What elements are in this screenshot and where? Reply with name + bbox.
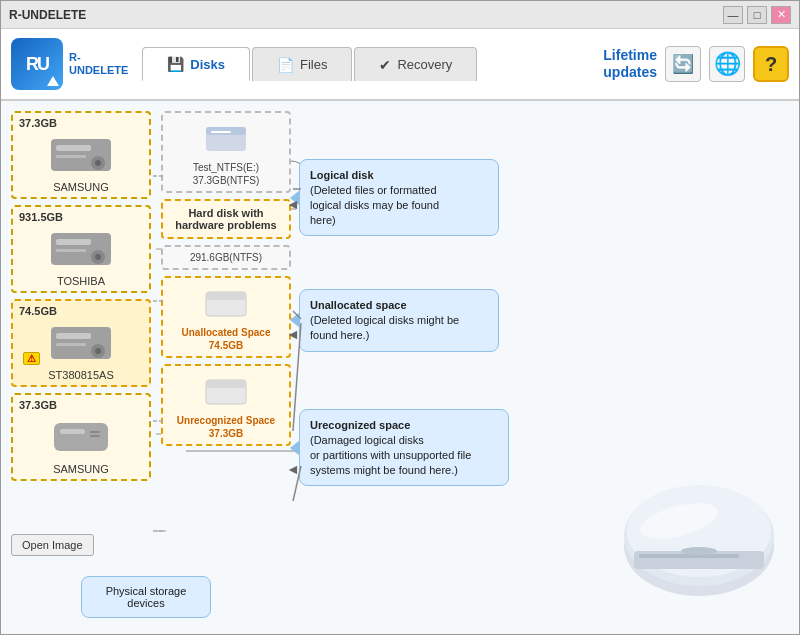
help-button[interactable]: ? <box>753 46 789 82</box>
callout-logical-disk: Logical disk (Deleted files or formatted… <box>299 159 499 236</box>
drive-size-4: 37.3GB <box>19 399 143 411</box>
hdd-svg-1 <box>46 131 116 179</box>
window-controls: — □ ✕ <box>723 6 791 24</box>
tab-disks-label: Disks <box>190 57 225 72</box>
logical-disk-icon <box>201 119 251 159</box>
warning-badge: ⚠ <box>23 352 40 365</box>
svg-rect-11 <box>56 155 86 158</box>
tab-files-label: Files <box>300 57 327 72</box>
unallocated-icon <box>201 284 251 324</box>
decoration-svg <box>579 466 779 626</box>
callout-unallocated-body: (Deleted logical disks might befound her… <box>310 314 459 341</box>
svg-point-15 <box>95 254 101 260</box>
svg-rect-25 <box>90 435 100 437</box>
svg-rect-13 <box>56 239 91 245</box>
svg-point-20 <box>95 348 101 354</box>
svg-rect-23 <box>60 429 85 434</box>
physical-storage-box: Physical storagedevices <box>81 576 211 618</box>
tab-recovery-label: Recovery <box>397 57 452 72</box>
files-tab-icon: 📄 <box>277 57 294 73</box>
lifetime-area: Lifetime updates 🔄 🌐 ? <box>603 46 789 82</box>
logical-ntfs[interactable]: Test_NTFS(E:)37.3GB(NTFS) <box>161 111 291 193</box>
svg-rect-32 <box>206 380 246 388</box>
tab-disks[interactable]: 💾 Disks <box>142 47 250 81</box>
logical-unallocated-label: Unallocated Space74.5GB <box>171 326 281 352</box>
logical-unrecognized[interactable]: Unrecognized Space37.3GB <box>161 364 291 446</box>
hdd-problem-label: Hard disk withhardware problems <box>161 199 291 239</box>
arrow-1: ◄ <box>286 196 300 212</box>
drive-samsung-1[interactable]: 37.3GB SAMSUNG <box>11 111 151 199</box>
hdd-svg-3 <box>46 319 116 367</box>
logical-ntfs-label: Test_NTFS(E:)37.3GB(NTFS) <box>171 161 281 187</box>
svg-rect-22 <box>54 423 108 451</box>
drive-visual-2 <box>19 225 143 273</box>
external-hdd-svg <box>46 413 116 461</box>
arrow-3: ◄ <box>286 461 300 477</box>
language-button[interactable]: 🌐 <box>709 46 745 82</box>
logical-unallocated[interactable]: Unallocated Space74.5GB <box>161 276 291 358</box>
svg-rect-37 <box>639 554 739 558</box>
drive-toshiba[interactable]: 931.5GB TOSHIBA <box>11 205 151 293</box>
recovery-tab-icon: ✔ <box>379 57 391 73</box>
svg-point-10 <box>95 160 101 166</box>
disks-tab-icon: 💾 <box>167 56 184 72</box>
hdd-svg-2 <box>46 225 116 273</box>
drive-size-2: 931.5GB <box>19 211 143 223</box>
header: RU R-UNDELETE 💾 Disks 📄 Files ✔ Recovery… <box>1 29 799 101</box>
logo-icon: RU <box>11 38 63 90</box>
arrow-2: ◄ <box>286 326 300 342</box>
svg-rect-8 <box>56 145 91 151</box>
logical-unrecognized-label: Unrecognized Space37.3GB <box>171 414 281 440</box>
tab-bar: 💾 Disks 📄 Files ✔ Recovery <box>142 47 587 81</box>
drive-visual-3: ⚠ <box>19 319 143 367</box>
drive-samsung-2[interactable]: 37.3GB SAMSUNG <box>11 393 151 481</box>
callout-unallocated: Unallocated space (Deleted logical disks… <box>299 289 499 352</box>
logical-ntfs2[interactable]: 291.6GB(NTFS) <box>161 245 291 270</box>
open-image-button[interactable]: Open Image <box>11 534 94 556</box>
main-content: 37.3GB SAMSUNG 931.5GB <box>1 101 799 635</box>
svg-point-38 <box>681 547 717 555</box>
unrecognized-icon <box>201 372 251 412</box>
callout-unrecognized: Urecognized space (Damaged logical disks… <box>299 409 509 486</box>
drive-size-1: 37.3GB <box>19 117 143 129</box>
logical-panel: Test_NTFS(E:)37.3GB(NTFS) Hard disk with… <box>161 111 291 452</box>
callout-logical-disk-body: (Deleted files or formattedlogical disks… <box>310 184 439 226</box>
svg-rect-28 <box>211 131 231 133</box>
drive-visual-4 <box>19 413 143 461</box>
maximize-button[interactable]: □ <box>747 6 767 24</box>
close-button[interactable]: ✕ <box>771 6 791 24</box>
drive-label-2: TOSHIBA <box>19 275 143 287</box>
drive-label-1: SAMSUNG <box>19 181 143 193</box>
drive-label-4: SAMSUNG <box>19 463 143 475</box>
callout-unrecognized-title: Urecognized space <box>310 419 410 431</box>
lifetime-text: Lifetime updates <box>603 47 657 81</box>
svg-rect-16 <box>56 249 86 252</box>
callout-unrecognized-body: (Damaged logical disksor partitions with… <box>310 434 471 476</box>
svg-rect-30 <box>206 292 246 300</box>
drive-decoration <box>579 466 779 626</box>
physical-storage-label: Physical storagedevices <box>106 585 187 609</box>
drives-panel: 37.3GB SAMSUNG 931.5GB <box>11 111 151 487</box>
minimize-button[interactable]: — <box>723 6 743 24</box>
titlebar: R-UNDELETE — □ ✕ <box>1 1 799 29</box>
tab-recovery[interactable]: ✔ Recovery <box>354 47 477 81</box>
logo-text: R-UNDELETE <box>69 51 128 77</box>
tab-files[interactable]: 📄 Files <box>252 47 352 81</box>
refresh-button[interactable]: 🔄 <box>665 46 701 82</box>
svg-rect-21 <box>56 343 86 346</box>
drive-st380815as[interactable]: 74.5GB ⚠ ST380815AS <box>11 299 151 387</box>
app-title: R-UNDELETE <box>9 8 723 22</box>
drive-label-3: ST380815AS <box>19 369 143 381</box>
callout-unallocated-title: Unallocated space <box>310 299 407 311</box>
drive-visual-1 <box>19 131 143 179</box>
drive-size-3: 74.5GB <box>19 305 143 317</box>
svg-rect-24 <box>90 431 100 433</box>
svg-rect-18 <box>56 333 91 339</box>
callout-logical-disk-title: Logical disk <box>310 169 374 181</box>
logo-area: RU R-UNDELETE <box>11 38 128 90</box>
